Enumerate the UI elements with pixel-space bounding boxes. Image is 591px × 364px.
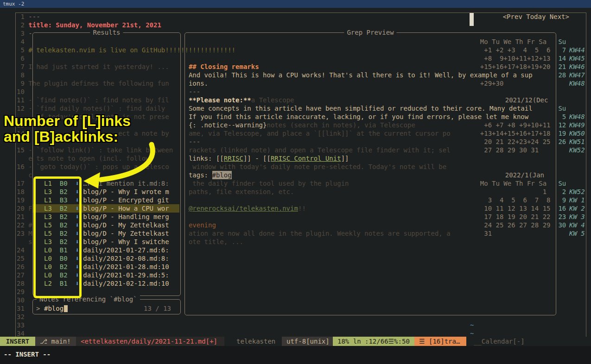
calendar-text: Su (558, 104, 566, 113)
calendar-text: KW 1 (569, 196, 585, 204)
buffer-text: s (28, 238, 32, 246)
calendar-text: Su (558, 179, 566, 188)
calendar-text: KW51 (569, 138, 585, 146)
command-line: -- INSERT -- (0, 346, 591, 364)
calendar-text: KW 5 (569, 229, 585, 238)
text-cursor (64, 305, 68, 312)
annotation-highlight-box (33, 176, 82, 298)
calendar-nav[interactable]: <Prev Today Next> (503, 13, 569, 21)
line-number: 4 (17, 38, 25, 46)
calendar-text: 9 (558, 196, 566, 204)
vim-area: 1 2 3 4 5 6 7 8 910111213141516171819202… (0, 8, 591, 337)
calendar-text: 5 (558, 113, 566, 121)
line-number: 16 (17, 163, 25, 171)
calendar-text: KW45 (569, 54, 585, 63)
calendar-text: ~ (470, 329, 474, 337)
grep-preview-title: Grep Preview (344, 28, 396, 37)
calendar-text: 28 (558, 71, 566, 79)
buffer-text: - (28, 29, 32, 38)
calendar-statusline-label: __Calendar[-] (469, 337, 529, 346)
line-number: 5 (17, 46, 25, 54)
tmux-title: tmux -2 (3, 1, 24, 7)
mode-message: -- INSERT -- (4, 350, 51, 358)
line-number: 3 (17, 29, 25, 38)
line-number: 28 (17, 279, 25, 288)
calendar-text: KW52 (569, 146, 585, 154)
line-number: 7 (17, 63, 25, 71)
calendar-text: KW48 (569, 79, 585, 88)
line-number: 12 (17, 104, 25, 113)
results-counter: 13 / 13 (144, 304, 171, 313)
calendar-text: 21 (558, 63, 566, 71)
line-number: 25 (17, 254, 25, 263)
buffer-text: --- (28, 13, 40, 21)
line-number: 33 (17, 321, 25, 329)
calendar-text: 2 (558, 188, 566, 196)
calendar-text: KW50 (569, 129, 585, 138)
line-number: 6 (17, 54, 25, 63)
calendar-text: KW 3 (569, 213, 585, 221)
calendar-text: 30 (558, 221, 566, 229)
search-input[interactable]: #blog (44, 304, 64, 313)
line-number: 30 (17, 296, 25, 304)
tmux-titlebar: tmux -2 (0, 0, 591, 8)
annotation-arrow-icon (70, 139, 162, 195)
buffer-text: # (28, 221, 32, 229)
mode-indicator: INSERT (0, 337, 35, 346)
line-number: 26 (17, 263, 25, 271)
line-number: 9 (17, 79, 25, 88)
calendar-text: 23 (558, 213, 566, 221)
calendar-text: KW46 (569, 63, 585, 71)
line-number: 1 (17, 13, 25, 21)
line-number: 20 (17, 204, 25, 213)
statusline: INSERT ⎇ main! <ettelkasten/daily/2021-1… (0, 337, 591, 346)
calendar-text: 12 (558, 121, 566, 129)
calendar-text: KW 2 (569, 204, 585, 213)
line-number: 8 (17, 71, 25, 79)
results-window-title: Results (90, 28, 123, 37)
calendar-text: 7 (558, 46, 566, 54)
line-number: 18 (17, 188, 25, 196)
line-number: 32 (17, 313, 25, 321)
grep-preview-window: Grep Preview (184, 32, 556, 315)
line-number: 2 (17, 21, 25, 29)
line-number: 21 (17, 213, 25, 221)
line-number: 22 (17, 221, 25, 229)
line-number: 31 (17, 304, 25, 313)
calendar-scrollbar-thumb[interactable] (470, 13, 474, 26)
calendar-text: KW52 (569, 188, 585, 196)
calendar-text: KW48 (569, 113, 585, 121)
buffer-text: F (28, 204, 32, 213)
screenshot-root: { "terminal": { "title": "tmux -2" }, "a… (0, 0, 591, 364)
line-number: 34 (17, 329, 25, 337)
line-number: 29 (17, 288, 25, 296)
calendar-text: 19 (558, 129, 566, 138)
plugin-name-segment: telekasten (232, 337, 280, 346)
calendar-text: KW 4 (569, 221, 585, 229)
calendar-text: 16 (558, 204, 566, 213)
cursor-position-segment: 18% ln :12/66☰%:50 (333, 337, 414, 346)
buffer-text: e (28, 154, 32, 163)
line-number: 15 (17, 146, 25, 154)
prompt-prefix: > (36, 304, 40, 313)
calendar-text: ~ (470, 321, 474, 329)
git-branch-segment: ⎇ main! (35, 337, 76, 346)
buffer-text: M (28, 229, 32, 238)
line-number: 24 (17, 246, 25, 254)
line-number: 11 (17, 96, 25, 104)
line-number: 23 (17, 229, 25, 238)
whitespace-warning-segment: ☰ [16]tra… (414, 337, 466, 346)
calendar-text: Su (558, 38, 566, 46)
filename-segment: <ettelkasten/daily/2021-11-21.md[+] (76, 337, 224, 346)
calendar-text: KW49 (569, 121, 585, 129)
calendar-text: 14 (558, 54, 566, 63)
calendar-text: KW44 (569, 46, 585, 54)
line-number: 10 (17, 88, 25, 96)
buffer-text: c (28, 171, 32, 179)
line-number: 17 (17, 179, 25, 188)
calendar-text: 26 (558, 138, 566, 146)
calendar-text: KW47 (569, 71, 585, 79)
line-number: 19 (17, 196, 25, 204)
annotation-line1: Number of [L]inks (4, 113, 131, 129)
line-number: 27 (17, 271, 25, 279)
